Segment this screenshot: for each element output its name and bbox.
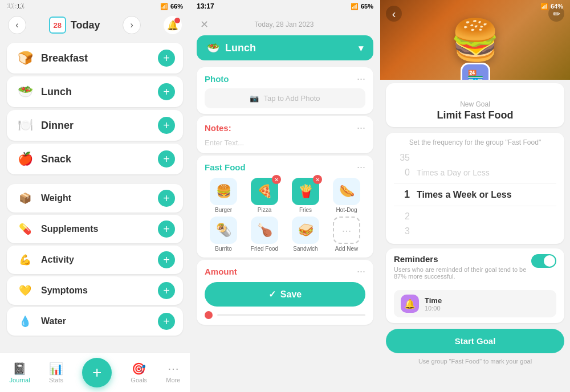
notifications-button[interactable]: 🔔 — [164, 16, 182, 34]
water-label: Water — [41, 316, 66, 326]
freq-row-35[interactable]: 35 — [394, 151, 556, 165]
add-activity-button[interactable]: + — [158, 251, 175, 268]
supplements-label: Supplements — [41, 224, 98, 234]
symptoms-card[interactable]: 💛 Symptoms + — [7, 276, 183, 305]
nav-journal[interactable]: 📓 Journal — [10, 362, 30, 383]
checkmark-icon: ✓ — [268, 289, 276, 300]
nav-more[interactable]: ⋯ More — [166, 362, 180, 383]
pizza-icon: 🍕 — [257, 184, 272, 199]
ff-item-pizza[interactable]: 🍕 ✕ Pizza — [246, 178, 283, 213]
freq-row-0[interactable]: 0 Times a Day or Less — [394, 166, 556, 179]
ff-item-hotdog[interactable]: 🌭 Hot-Dog — [328, 178, 365, 213]
slider-dot — [205, 311, 213, 319]
breakfast-icon: 🍞 — [15, 51, 35, 66]
ff-item-burrito[interactable]: 🌯 Burrito — [205, 217, 242, 252]
lunch-card[interactable]: 🥗 Lunch + — [7, 76, 183, 107]
ff-item-fries[interactable]: 🍟 ✕ Fries — [287, 178, 324, 213]
freq-row-1[interactable]: 1 Times a Week or Less — [394, 187, 556, 202]
time-row[interactable]: 🔔 Time 10:00 — [394, 290, 556, 317]
ff-item-friedfood[interactable]: 🍗 Fried Food — [246, 217, 283, 252]
weight-card[interactable]: 📦 Weight + — [7, 184, 183, 213]
ff-item-add[interactable]: ··· Add New — [328, 217, 365, 252]
add-snack-button[interactable]: + — [158, 150, 175, 168]
panel-goal-detail: 13:30 📶 64% 🍔 ‹ ✏ 🏪 New Goal Limit Fast … — [380, 0, 570, 392]
fastfood-grid: 🍔 Burger 🍕 ✕ Pizza 🍟 ✕ — [205, 178, 365, 252]
next-day-button[interactable]: › — [123, 16, 141, 34]
water-card[interactable]: 💧 Water + — [7, 307, 183, 336]
photo-title: Photo — [205, 74, 229, 84]
meals-list: 🍞 Breakfast + 🥗 Lunch + 🍽️ Dinner + 🍎 Sn… — [0, 40, 190, 392]
battery-3: 64% — [551, 3, 563, 10]
today-label: Today — [71, 19, 100, 31]
fab-add-button[interactable]: + — [82, 358, 112, 387]
add-breakfast-button[interactable]: + — [158, 50, 175, 67]
ff-item-burger[interactable]: 🍔 Burger — [205, 178, 242, 213]
photo-placeholder: Tap to Add Photo — [263, 94, 320, 103]
close-button[interactable]: ✕ — [198, 16, 211, 33]
notes-title: Notes: — [205, 123, 231, 133]
fastfood-menu-button[interactable]: ··· — [357, 161, 365, 173]
add-lunch-button[interactable]: + — [158, 83, 175, 100]
amount-title: Amount — [205, 267, 237, 276]
freq-row-3[interactable]: 3 — [394, 224, 556, 238]
p2-date: Today, 28 Jan 2023 — [255, 21, 314, 28]
ff-item-sandwich[interactable]: 🥪 Sandwich — [287, 217, 324, 252]
panel-lunch-detail: 13:17 📶 65% ✕ Today, 28 Jan 2023 🥗 Lunch… — [190, 0, 380, 392]
more-label: More — [166, 377, 180, 383]
friedfood-icon: 🍗 — [257, 223, 272, 238]
freq-num-2: 2 — [394, 211, 417, 222]
freq-row-2[interactable]: 2 — [394, 210, 556, 223]
water-icon: 💧 — [15, 315, 35, 328]
add-symptoms-button[interactable]: + — [158, 282, 175, 299]
notes-menu-button[interactable]: ··· — [357, 122, 365, 134]
lunch-icon: 🥗 — [15, 84, 35, 99]
p1-header: ‹ 28 Today › 🔔 — [0, 13, 190, 40]
hotdog-icon: 🌭 — [339, 184, 355, 199]
goal-title: Limit Fast Food — [394, 109, 556, 121]
freq-num-1: 1 — [394, 189, 417, 201]
slider-track[interactable] — [217, 314, 365, 316]
goals-icon: 🎯 — [132, 362, 146, 375]
burger-icon: 🍔 — [216, 184, 231, 199]
add-photo-button[interactable]: 📷 Tap to Add Photo — [205, 88, 365, 108]
status-icons-3: 📶 64% — [540, 3, 563, 10]
activity-card[interactable]: 💪 Activity + — [7, 246, 183, 274]
start-goal-button[interactable]: Start Goal — [386, 329, 564, 353]
photo-menu-button[interactable]: ··· — [357, 73, 365, 85]
amount-menu-button[interactable]: ··· — [357, 266, 365, 277]
bottom-nav: 📓 Journal 📊 Stats + 🎯 Goals ⋯ More — [0, 352, 190, 392]
symptoms-icon: 💛 — [15, 284, 35, 297]
add-supplements-button[interactable]: + — [158, 220, 175, 238]
weight-icon: 📦 — [15, 192, 35, 205]
notes-placeholder: Enter Text... — [205, 138, 244, 147]
add-weight-button[interactable]: + — [158, 190, 175, 207]
goal-category-icon: 🏪 — [461, 63, 490, 80]
freq-label-1: Times a Week or Less — [417, 190, 512, 200]
add-ff-button[interactable]: ··· — [333, 217, 360, 244]
fries-label: Fries — [299, 207, 312, 213]
reminders-toggle[interactable] — [531, 254, 556, 268]
snack-card[interactable]: 🍎 Snack + — [7, 144, 183, 174]
dinner-icon: 🍽️ — [15, 118, 35, 133]
save-button[interactable]: ✓ Save — [205, 282, 365, 307]
save-label: Save — [280, 289, 302, 300]
prev-day-button[interactable]: ‹ — [8, 16, 26, 34]
add-water-button[interactable]: + — [158, 313, 175, 330]
burrito-label: Burrito — [215, 246, 231, 252]
fries-remove-button[interactable]: ✕ — [313, 175, 322, 184]
breakfast-card[interactable]: 🍞 Breakfast + — [7, 43, 183, 74]
nav-stats[interactable]: 📊 Stats — [49, 362, 63, 383]
pizza-remove-button[interactable]: ✕ — [272, 175, 281, 184]
signal-icon-3: 📶 — [540, 3, 548, 10]
nav-goals[interactable]: 🎯 Goals — [131, 362, 147, 383]
calendar-icon[interactable]: 28 — [49, 17, 66, 34]
add-dinner-button[interactable]: + — [158, 117, 175, 134]
dinner-card[interactable]: 🍽️ Dinner + — [7, 110, 183, 141]
supplements-card[interactable]: 💊 Supplements + — [7, 215, 183, 243]
photo-section: Photo ··· 📷 Tap to Add Photo — [197, 67, 373, 114]
symptoms-label: Symptoms — [41, 285, 88, 296]
lunch-bar[interactable]: 🥗 Lunch ▾ — [197, 35, 373, 60]
new-goal-label: New Goal — [394, 100, 556, 108]
today-indicator: 28 Today — [49, 17, 100, 34]
bell-icon: 🔔 — [401, 295, 419, 313]
